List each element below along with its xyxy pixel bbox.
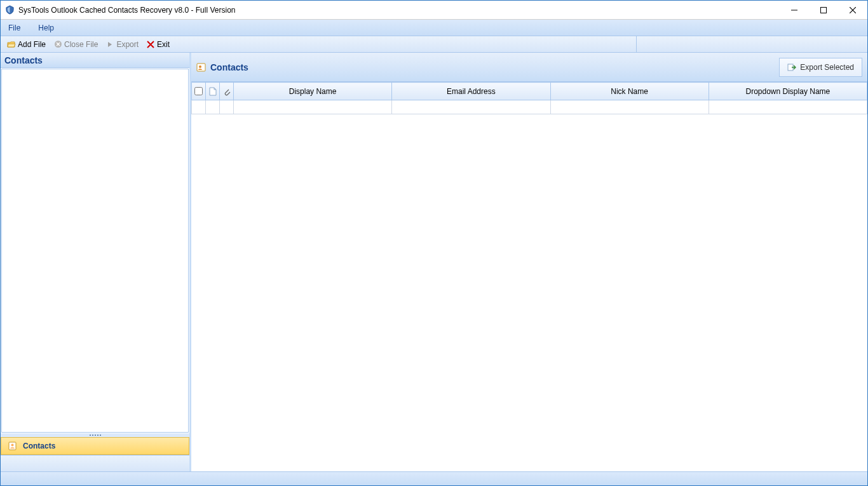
grid-empty-area — [191, 114, 867, 471]
app-window: SysTools Outlook Cached Contacts Recover… — [0, 0, 868, 486]
app-icon — [4, 5, 15, 15]
grid: Display Name Email Address Nick Name Dro… — [191, 82, 867, 471]
exit-icon — [146, 40, 155, 49]
title-bar: SysTools Outlook Cached Contacts Recover… — [1, 1, 867, 20]
export-button: Export — [102, 39, 142, 50]
right-panel: Contacts Export Selected — [191, 53, 867, 471]
svg-rect-0 — [821, 7, 827, 13]
add-file-button[interactable]: Add File — [3, 39, 50, 50]
contact-card-icon — [196, 62, 207, 72]
col-header-checkbox[interactable] — [192, 83, 206, 100]
col-header-display-name[interactable]: Display Name — [234, 83, 392, 100]
select-all-checkbox[interactable] — [194, 87, 203, 95]
minimize-button[interactable] — [780, 1, 809, 20]
close-file-label: Close File — [64, 40, 98, 49]
export-selected-label: Export Selected — [800, 63, 854, 72]
add-file-label: Add File — [18, 40, 46, 49]
nav-contacts[interactable]: Contacts — [1, 437, 189, 455]
folder-open-icon — [7, 40, 16, 49]
status-bar — [1, 471, 867, 485]
table-header-row: Display Name Email Address Nick Name Dro… — [192, 83, 867, 100]
menu-bar: File Help — [1, 20, 867, 36]
left-panel: Contacts Contacts — [1, 53, 191, 471]
tree-view[interactable] — [1, 69, 189, 433]
maximize-button[interactable] — [809, 1, 838, 20]
menu-help[interactable]: Help — [34, 22, 58, 34]
svg-point-5 — [199, 65, 201, 68]
export-selected-icon — [787, 63, 796, 72]
svg-point-3 — [11, 444, 14, 447]
col-header-attachment-icon[interactable] — [220, 83, 234, 100]
close-file-icon — [53, 40, 62, 49]
content-header: Contacts Export Selected — [191, 53, 867, 82]
export-label: Export — [116, 40, 139, 49]
col-header-email[interactable]: Email Address — [392, 83, 550, 100]
window-title: SysTools Outlook Cached Contacts Recover… — [18, 6, 235, 15]
exit-button[interactable]: Exit — [142, 39, 173, 50]
contacts-table: Display Name Email Address Nick Name Dro… — [191, 82, 867, 114]
nav-contacts-label: Contacts — [23, 442, 55, 450]
left-panel-header: Contacts — [1, 53, 189, 68]
nav-footer — [1, 455, 189, 471]
contacts-icon — [8, 441, 18, 451]
toolbar-right-pane — [636, 36, 865, 52]
export-icon — [105, 40, 114, 49]
menu-file[interactable]: File — [4, 22, 24, 34]
content-title: Contacts — [210, 62, 248, 72]
toolbar: Add File Close File Export Exit — [1, 36, 867, 53]
col-header-type-icon[interactable] — [206, 83, 220, 100]
col-header-nick[interactable]: Nick Name — [550, 83, 709, 100]
table-row[interactable] — [192, 100, 867, 114]
close-file-button: Close File — [50, 39, 102, 50]
col-header-dropdown[interactable]: Dropdown Display Name — [709, 83, 867, 100]
main-area: Contacts Contacts Contacts — [1, 53, 867, 471]
export-selected-button[interactable]: Export Selected — [779, 58, 862, 77]
exit-label: Exit — [157, 40, 170, 49]
close-button[interactable] — [838, 1, 867, 20]
